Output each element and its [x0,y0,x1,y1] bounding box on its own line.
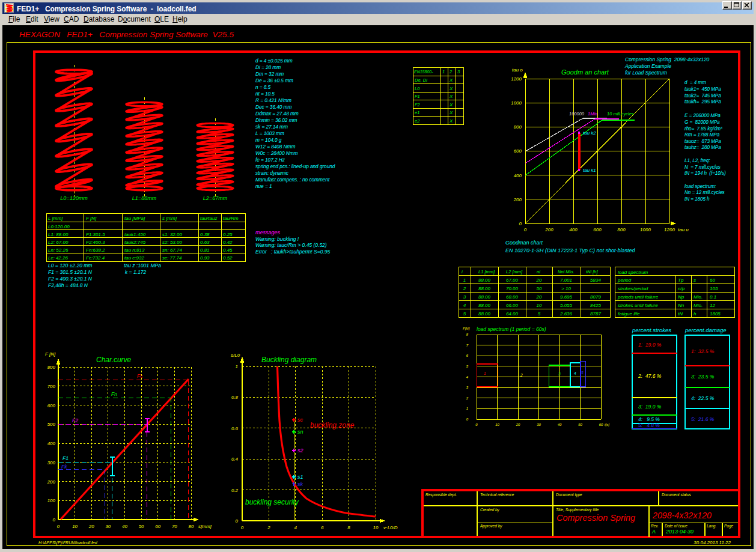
svg-text:105: 105 [710,286,718,291]
svg-text:s/L0: s/L0 [231,353,240,358]
svg-text:Mio.: Mio. [694,303,703,308]
svg-text:L0 = 120 ±2.20 mm: L0 = 120 ±2.20 mm [48,262,92,268]
svg-text:Warning: buckling !: Warning: buckling ! [255,236,299,242]
svg-text:5: 5 [538,311,541,317]
svg-text:fe = 107.2 Hz: fe = 107.2 Hz [255,157,285,163]
svg-text:L = 1003 mm: L = 1003 mm [255,130,284,136]
svg-text:Compression Spring 2098-4x32x: Compression Spring 2098-4x32x120 [625,56,710,62]
svg-text:periods until failure: periods until failure [617,294,659,300]
svg-text:percent.strokes: percent.strokes [632,327,671,333]
svg-text:s[mm]: s[mm] [198,524,212,529]
svg-text:80: 80 [189,524,194,529]
svg-text:buckling security: buckling security [245,498,299,506]
svg-text:0: 0 [53,517,56,523]
svg-text:4: 4 [466,375,469,379]
svg-text:percent.damage: percent.damage [684,327,727,333]
svg-text:1: 32.5 %: 1: 32.5 % [691,348,715,354]
svg-text:68.00: 68.00 [506,294,519,300]
svg-text:EN 10270-1-SH (DIN 17223-1 Typ: EN 10270-1-SH (DIN 17223-1 Typ C) not sh… [505,247,635,253]
svg-text:0: 0 [236,518,239,524]
svg-text:d = 4 ±0.025 mm: d = 4 ±0.025 mm [255,58,293,64]
svg-text:G = 82000 MPa: G = 82000 MPa [684,120,720,125]
svg-text:Np: Np [678,294,684,300]
svg-text:EN15800-: EN15800- [414,70,433,74]
svg-text:F1:301.5: F1:301.5 [86,232,105,237]
svg-text:X: X [449,86,453,91]
svg-text:d = 4 mm: d = 4 mm [684,80,706,85]
svg-text:sc: 77.74: sc: 77.74 [162,255,182,261]
svg-text:30.04.2013 11:22: 30.04.2013 11:22 [694,540,731,545]
svg-text:Char.curve: Char.curve [96,356,132,364]
svg-text:tau o: tau o [512,67,523,73]
svg-text:F2,48h = 484.8 N: F2,48h = 484.8 N [48,282,88,288]
svg-text:0.1: 0.1 [710,294,716,300]
svg-text:Nn = 12 mill.cycles: Nn = 12 mill.cycles [684,190,725,195]
svg-text:0: 0 [466,417,469,421]
svg-text:Ln: 52.26: Ln: 52.26 [48,247,69,253]
svg-text:1: 1 [463,278,466,283]
svg-text:H:\APPS\(P)\FRUN\loadcoll.fed: H:\APPS\(P)\FRUN\loadcoll.fed [38,541,98,545]
svg-text:Warning: tauc/Rm > 0.45 (0.52): Warning: tauc/Rm > 0.45 (0.52) [255,242,327,248]
svg-text:Buckling diagram: Buckling diagram [261,356,317,364]
svg-text:0: 0 [241,525,244,530]
svg-text:Nni Mio.: Nni Mio. [558,269,575,274]
svg-text:3: 3 [463,294,466,300]
svg-text:F2:400.3: F2:400.3 [86,240,105,245]
svg-text:40: 40 [558,423,562,426]
svg-text:2098-4x32x120: 2098-4x32x120 [652,510,712,520]
svg-text:nue = 1: nue = 1 [255,183,272,189]
svg-text:s [mm]: s [mm] [162,216,177,221]
svg-text:strokes/period: strokes/period [618,286,648,291]
svg-text:20: 20 [88,524,94,529]
svg-text:tau k2: tau k2 [583,130,596,136]
svg-text:0: 0 [475,423,478,426]
svg-text:De, Di: De, Di [415,77,427,83]
svg-text:3: 23.5 %: 3: 23.5 % [691,374,715,380]
svg-text:1: 1 [442,69,445,74]
svg-text:20: 20 [536,278,542,283]
svg-text:tau [MPa]: tau [MPa] [124,216,145,221]
svg-text:100: 100 [47,498,56,503]
svg-text:Document status: Document status [662,493,692,497]
svg-text:800: 800 [47,365,56,370]
svg-text:L0:120.00: L0:120.00 [48,224,70,229]
svg-text:Tp: Tp [678,278,684,283]
svg-text:tauk2:745: tauk2:745 [124,240,146,245]
svg-text:i: i [462,269,463,274]
svg-text:L1: 88.00: L1: 88.00 [48,232,69,237]
svg-text:60: 60 [710,278,715,283]
svg-text:200: 200 [544,227,553,232]
svg-text:taukh= 295 MPa: taukh= 295 MPa [684,99,721,105]
svg-text:4: 4 [574,371,576,375]
svg-text:Fn: Fn [111,391,117,397]
svg-text:Goodm an chart: Goodm an chart [561,68,609,76]
svg-text:Page: Page [724,524,734,529]
svg-text:s2: s2 [297,447,303,453]
svg-text:N = 7 mill.cycles: N = 7 mill.cycles [684,165,721,170]
svg-text:Lc: 42.26: Lc: 42.26 [48,255,68,261]
svg-text:for Load Spectrum: for Load Spectrum [625,70,667,76]
svg-text:5: 5 [463,311,466,317]
svg-text:1Mio.: 1Mio. [588,111,599,117]
svg-text:70.00: 70.00 [506,286,519,291]
svg-text:tau u: tau u [678,227,689,232]
svg-text:1: 19.0 %: 1: 19.0 % [638,342,662,348]
svg-text:Di = 28 mm: Di = 28 mm [255,64,281,70]
svg-text:300: 300 [47,460,56,466]
svg-text:spring end pcs.: lined-up and: spring end pcs.: lined-up and ground [255,163,335,169]
svg-text:s: s [694,278,696,283]
svg-text:m = 104.0 g: m = 104.0 g [255,137,282,143]
svg-text:0.6: 0.6 [231,426,239,431]
svg-text:4: 9.5 %: 4: 9.5 % [638,416,660,422]
svg-text:tau n:813: tau n:813 [124,247,145,253]
svg-text:9.695: 9.695 [560,294,573,300]
svg-text:L1=88mm: L1=88mm [132,195,157,201]
svg-text:X: X [449,94,453,99]
svg-text:200: 200 [513,197,522,202]
svg-text:t[s]: t[s] [605,423,609,426]
svg-text:0.52: 0.52 [223,255,233,261]
svg-text:Approved by: Approved by [480,524,502,529]
svg-text:50: 50 [537,286,542,291]
svg-text:40: 40 [122,524,127,529]
svg-text:0.63: 0.63 [200,240,210,245]
